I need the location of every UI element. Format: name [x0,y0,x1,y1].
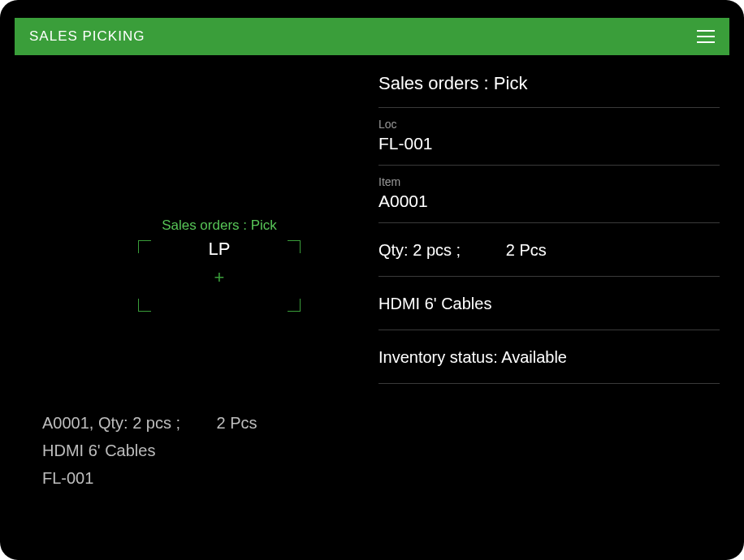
header-title: SALES PICKING [29,28,145,45]
loc-value: FL-001 [378,134,720,153]
summary-block: A0001, Qty: 2 pcs ; 2 Pcs HDMI 6' Cables… [42,409,257,492]
qty-line: Qty: 2 pcs ; 2 Pcs [378,241,720,260]
field-inventory-status[interactable]: Inventory status: Available [378,330,720,384]
device-frame: SALES PICKING Sales orders : Pick LP + [0,0,744,560]
summary-line-1: A0001, Qty: 2 pcs ; 2 Pcs [42,409,257,437]
reticle-corner-icon [138,240,151,253]
field-loc[interactable]: Loc FL-001 [378,108,720,166]
inventory-status-value: Inventory status: Available [378,348,720,367]
field-item[interactable]: Item A0001 [378,166,720,223]
reticle-corner-icon [138,299,151,312]
scan-lp-label: LP [209,239,231,259]
field-qty[interactable]: Qty: 2 pcs ; 2 Pcs [378,223,720,277]
app-header: SALES PICKING [15,18,729,55]
crosshair-icon: + [211,269,227,286]
scan-reticle: LP + [138,240,301,312]
summary-line-2: HDMI 6' Cables [42,437,257,464]
left-pane: Sales orders : Pick LP + A0001, Qty: 2 p… [15,55,378,545]
details-panel: Sales orders : Pick Loc FL-001 Item A000… [378,55,729,545]
panel-title: Sales orders : Pick [378,73,720,108]
menu-icon[interactable] [697,30,715,43]
item-value: A0001 [378,192,720,211]
scan-title: Sales orders : Pick [128,218,310,234]
summary-line-3: FL-001 [42,464,257,492]
reticle-corner-icon [288,240,301,253]
description-value: HDMI 6' Cables [378,295,720,313]
scan-area[interactable]: Sales orders : Pick LP + [128,218,310,312]
loc-label: Loc [378,118,720,131]
field-description[interactable]: HDMI 6' Cables [378,277,720,330]
content-area: Sales orders : Pick LP + A0001, Qty: 2 p… [15,55,729,545]
reticle-corner-icon [288,299,301,312]
item-label: Item [378,175,720,188]
